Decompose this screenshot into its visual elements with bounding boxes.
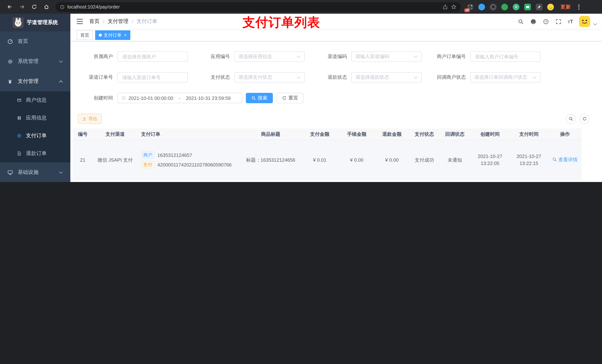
fullscreen-icon[interactable] — [555, 18, 562, 25]
channel-order-no-label: 渠道订单号 — [78, 74, 117, 81]
export-button[interactable]: 导出 — [78, 114, 102, 124]
avatar-caret-icon[interactable] — [593, 21, 597, 25]
browser-menu-icon[interactable] — [577, 3, 581, 11]
reset-button[interactable]: 重置 — [277, 93, 304, 103]
site-info-icon[interactable] — [60, 5, 64, 9]
extension-emoji-icon[interactable] — [547, 3, 554, 10]
extension-chat-icon[interactable] — [524, 3, 531, 10]
sidebar-item-label: 退款订单 — [26, 150, 47, 157]
tags-view: 首页 支付订单 × — [70, 29, 602, 42]
chevron-down-icon — [533, 75, 536, 78]
app-no-select[interactable]: 请选择应用信息 — [234, 52, 305, 62]
grid-icon — [16, 116, 22, 120]
date-line: 2021-10-27 — [471, 153, 509, 160]
sidebar-item-payment[interactable]: ¥ 支付管理 — [0, 71, 70, 91]
monitor-icon — [7, 170, 13, 175]
github-icon[interactable] — [530, 18, 537, 25]
vue-devtools-icon[interactable]: V — [513, 3, 519, 10]
search-button-label: 搜索 — [258, 95, 267, 101]
pay-order-table: 编号 支付渠道 支付订单 商品标题 支付金额 手续金额 退款金额 支付状态 回调… — [73, 128, 582, 182]
cell-fee: ¥ 0.00 — [339, 156, 374, 163]
search-icon[interactable] — [517, 18, 524, 25]
browser-forward-button[interactable] — [17, 1, 27, 12]
extension-drop-icon[interactable] — [478, 3, 485, 10]
select-placeholder: 请输入渠道编码 — [355, 53, 389, 60]
sidebar-item-system[interactable]: 系统管理 — [0, 52, 70, 71]
tab-pay-order[interactable]: 支付订单 × — [95, 30, 130, 40]
col-header-notify: 回调状态 — [439, 131, 471, 138]
extension-green-icon[interactable] — [501, 3, 508, 10]
cell-action: 查看详情 — [548, 156, 582, 164]
chevron-down-icon — [297, 75, 301, 78]
title-value: 1635312124656 — [260, 157, 295, 163]
toggle-search-button[interactable] — [566, 114, 576, 124]
sidebar-toggle-icon[interactable] — [76, 17, 84, 25]
user-avatar[interactable] — [579, 16, 590, 27]
extension-dots-icon[interactable]: 10 — [467, 3, 473, 10]
sidebar-item-home[interactable]: 首页 — [0, 31, 70, 52]
col-header-order: 支付订单 — [137, 131, 241, 138]
merchant-input[interactable] — [117, 52, 188, 62]
url-text[interactable]: localhost:1024/pay/order — [67, 4, 440, 10]
browser-back-button[interactable] — [4, 1, 15, 12]
pay-status-label: 支付状态 — [197, 74, 234, 81]
col-header-amount: 支付金额 — [300, 131, 339, 138]
breadcrumb-section[interactable]: 支付管理 — [108, 18, 129, 25]
refund-status-select[interactable]: 请选择退款状态 — [351, 72, 422, 83]
clock-icon — [121, 96, 126, 100]
tab-label: 首页 — [80, 32, 89, 38]
refresh-icon — [282, 96, 287, 100]
merchant-tag: 商户 — [141, 151, 154, 159]
channel-order-no-input[interactable] — [117, 72, 188, 83]
sidebar-item-app-info[interactable]: 应用信息 — [0, 109, 70, 127]
app-logo[interactable]: 芋道管理系统 — [0, 14, 70, 31]
sidebar-item-label: 应用信息 — [26, 115, 47, 121]
view-detail-link[interactable]: 查看详情 — [552, 156, 578, 163]
extension-pin-icon[interactable] — [536, 3, 542, 10]
col-header-fee: 手续金额 — [339, 131, 374, 138]
page-content: 所属商户 应用编号 请选择应用信息 渠道编码 请输入渠道编码 — [70, 42, 602, 182]
tab-home[interactable]: 首页 — [77, 30, 93, 40]
title-prefix: 标题： — [246, 157, 260, 163]
bookmark-star-icon[interactable] — [451, 4, 456, 10]
channel-code-select[interactable]: 请输入渠道编码 — [351, 52, 422, 62]
sidebar-item-pay-order[interactable]: 支付订单 — [0, 127, 70, 145]
browser-home-button[interactable] — [41, 1, 52, 12]
pay-status-select[interactable]: 请选择支付状态 — [234, 72, 305, 83]
dashboard-icon — [7, 39, 13, 44]
extension-dark-icon[interactable] — [490, 3, 496, 10]
col-header-create-time: 创建时间 — [471, 131, 509, 138]
breadcrumb-home[interactable]: 首页 — [89, 18, 100, 25]
sidebar-item-refund-order[interactable]: 退款订单 — [0, 145, 70, 162]
search-button[interactable]: 搜索 — [246, 93, 273, 103]
close-icon[interactable]: × — [124, 32, 127, 38]
help-icon[interactable] — [543, 18, 549, 25]
font-size-icon[interactable]: TT — [568, 19, 573, 24]
create-time-range-picker[interactable]: 2021-10-01 00:00:00 - 2021-10-31 23:59:5… — [117, 93, 242, 103]
cell-notify: 未通知 — [439, 156, 471, 163]
refresh-list-button[interactable] — [580, 114, 589, 124]
select-placeholder: 请选择支付状态 — [238, 74, 272, 81]
filter-row-2: 渠道订单号 支付状态 请选择支付状态 退款状态 请选择退款状态 — [78, 72, 595, 83]
list-toolbar: 导出 — [78, 114, 595, 124]
sidebar-item-merchant-info[interactable]: 商户信息 — [0, 91, 70, 109]
notify-status-label: 回调商户状态 — [430, 74, 470, 81]
time-line: 13:22:05 — [471, 160, 509, 167]
merchant-order-no-input[interactable] — [470, 52, 540, 62]
filter-row-3: 创建时间 2021-10-01 00:00:00 - 2021-10-31 23… — [78, 93, 595, 103]
sidebar-item-infrastructure[interactable]: 基础设施 — [0, 162, 70, 182]
sidebar-item-label: 系统管理 — [18, 58, 39, 65]
col-header-channel: 支付渠道 — [93, 131, 137, 138]
table-header: 编号 支付渠道 支付订单 商品标题 支付金额 手续金额 退款金额 支付状态 回调… — [73, 128, 582, 140]
notify-status-select[interactable]: 请选择订单回调商户状态 — [470, 72, 540, 83]
browser-reload-button[interactable] — [29, 1, 40, 12]
cell-refund: ¥ 0.00 — [374, 156, 409, 163]
date-end: 2021-10-31 23:59:59 — [186, 95, 230, 101]
cell-pay-time: 2021-10-2713:22:15 — [509, 153, 548, 167]
date-start: 2021-10-01 00:00:00 — [129, 95, 173, 101]
share-icon[interactable] — [442, 4, 448, 10]
browser-update-button[interactable]: 更新 — [560, 3, 571, 10]
address-bar[interactable]: localhost:1024/pay/order — [55, 2, 461, 12]
top-navbar: 首页 / 支付管理 / 支付订单 支付订单列表 TT — [70, 14, 602, 29]
table-row: 21 微信 JSAPI 支付 商户1635312124657 支付4200001… — [73, 140, 582, 180]
